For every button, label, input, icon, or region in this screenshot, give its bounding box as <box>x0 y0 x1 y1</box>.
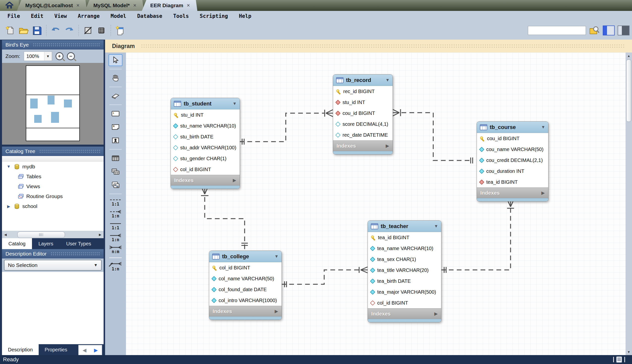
menu-scripting[interactable]: Scripting <box>200 13 228 19</box>
tree-item-tables[interactable]: Tables <box>2 172 104 182</box>
table-row[interactable]: tea_name VARCHAR(10) <box>368 243 441 254</box>
table-header[interactable]: tb_student ▼ <box>171 98 240 110</box>
indexes-bar[interactable]: Indexes▶ <box>368 308 441 319</box>
table-tool[interactable] <box>109 152 122 164</box>
close-icon[interactable]: × <box>76 2 80 9</box>
rel-1-n-identifying-tool[interactable]: 1:n <box>109 233 122 242</box>
search-input[interactable] <box>528 26 586 35</box>
tab-nav-right-icon[interactable]: ▶ <box>94 347 98 353</box>
collapse-icon[interactable]: ▼ <box>232 101 237 106</box>
relationship-connector-teacher-course[interactable] <box>441 200 514 273</box>
toggle-left-panel-button[interactable] <box>603 26 615 36</box>
tree-item-routine-groups[interactable]: Routine Groups <box>2 192 104 201</box>
scroll-up-icon[interactable]: ▲ <box>625 52 632 59</box>
indexes-bar[interactable]: Indexes▶ <box>477 188 548 198</box>
view-tool[interactable] <box>109 166 122 178</box>
table-row[interactable]: tea_major VARCHAR(500) <box>368 286 441 298</box>
tree-item-school[interactable]: ▶ school <box>2 201 104 211</box>
relationship-connector-course-record[interactable] <box>392 109 473 164</box>
home-tab[interactable] <box>0 0 19 11</box>
scroll-thumb[interactable] <box>626 60 631 122</box>
diagram-canvas[interactable]: tb_student ▼ stu_id INT stu_name VARCHAR… <box>126 52 625 355</box>
table-tb_teacher[interactable]: tb_teacher ▼ tea_id BIGINT tea_name VARC… <box>368 220 441 322</box>
tab-layers[interactable]: Layers <box>32 238 60 249</box>
expand-right-icon[interactable]: ▶ <box>541 190 545 196</box>
table-header[interactable]: tb_teacher ▼ <box>368 221 441 232</box>
scroll-thumb[interactable] <box>17 232 65 238</box>
table-header[interactable]: tb_record ▼ <box>333 74 393 86</box>
table-row[interactable]: cou_id BIGINT <box>333 108 393 118</box>
scroll-right-icon[interactable]: ▶ <box>97 231 104 238</box>
tab-description[interactable]: Description <box>2 344 39 355</box>
indexes-bar[interactable]: Indexes▶ <box>171 175 240 186</box>
table-header[interactable]: tb_college ▼ <box>209 251 281 262</box>
expand-right-icon[interactable]: ▶ <box>233 178 236 183</box>
menu-help[interactable]: Help <box>239 13 251 19</box>
table-row[interactable]: col_name VARCHAR(50) <box>209 273 281 284</box>
table-row[interactable]: tea_birth DATE <box>368 276 441 286</box>
relationship-connector-college-teacher[interactable] <box>281 267 368 287</box>
table-row[interactable]: tea_title VARCHAR(20) <box>368 265 441 276</box>
relationship-connector-college-student[interactable] <box>201 188 248 250</box>
table-row[interactable]: cou_credit DECIMAL(2,1) <box>477 155 548 166</box>
save-model-button[interactable] <box>31 25 43 36</box>
scroll-left-icon[interactable]: ◀ <box>2 231 9 238</box>
table-row[interactable]: col_id BIGINT <box>209 262 281 273</box>
menu-file[interactable]: File <box>8 13 20 19</box>
expand-right-icon[interactable]: ▶ <box>275 308 278 314</box>
rel-1-1-identifying-tool[interactable]: 1:1 <box>109 221 122 230</box>
table-row[interactable]: col_id BIGINT <box>171 164 240 175</box>
table-row[interactable]: stu_id INT <box>333 97 393 108</box>
tree-item-views[interactable]: Views <box>2 182 104 192</box>
table-header[interactable]: tb_course ▼ <box>477 122 548 133</box>
table-row[interactable]: col_found_date DATE <box>209 284 281 295</box>
tree-horizontal-scrollbar[interactable]: ◀ ▶ <box>2 231 104 238</box>
expander-down-icon[interactable]: ▼ <box>6 164 12 169</box>
menu-model[interactable]: Model <box>111 13 126 19</box>
table-row[interactable]: stu_id INT <box>171 110 240 120</box>
scroll-track[interactable] <box>625 122 632 349</box>
toggle-right-panel-button[interactable] <box>618 26 629 36</box>
tab-properties[interactable]: Properties <box>39 344 73 355</box>
tab-eer-diagram[interactable]: EER Diagram × <box>142 0 197 11</box>
pan-tool[interactable] <box>109 72 122 84</box>
menu-edit[interactable]: Edit <box>31 13 44 19</box>
image-tool[interactable] <box>109 134 122 146</box>
zoom-out-icon[interactable]: − <box>67 52 75 60</box>
routine-group-tool[interactable] <box>109 179 122 191</box>
scroll-down-icon[interactable]: ▼ <box>625 349 632 355</box>
layer-tool[interactable]: L <box>109 108 122 120</box>
table-tb_course[interactable]: tb_course ▼ cou_id BIGINT cou_name VARCH… <box>477 121 548 202</box>
table-row[interactable]: col_id BIGINT <box>368 298 441 308</box>
table-row[interactable]: tea_id BIGINT <box>477 176 548 188</box>
find-icon[interactable] <box>589 26 600 36</box>
table-row[interactable]: rec_id BIGINT <box>333 86 393 97</box>
tab-mysql-localhost[interactable]: MySQL@Localhost × <box>17 0 87 11</box>
table-row[interactable]: tea_sex CHAR(1) <box>368 254 441 265</box>
collapse-icon[interactable]: ▼ <box>434 224 438 229</box>
collapse-icon[interactable]: ▼ <box>541 125 545 130</box>
delete-tool[interactable] <box>109 90 122 102</box>
tab-catalog[interactable]: Catalog <box>2 238 32 249</box>
zoom-select[interactable]: 100% ▼ <box>24 52 52 61</box>
table-row[interactable]: score DECIMAL(4,1) <box>333 118 393 130</box>
indexes-bar[interactable]: Indexes▶ <box>209 306 281 316</box>
toggle-overlap-button[interactable] <box>82 25 94 36</box>
tab-mysql-model[interactable]: MySQL Model* × <box>85 0 144 11</box>
table-row[interactable]: cou_name VARCHAR(50) <box>477 144 548 155</box>
redo-button[interactable] <box>64 25 75 36</box>
rel-existing-columns-tool[interactable]: 1:n <box>109 262 122 272</box>
rel-1-1-non-identifying-tool[interactable]: 1:1 <box>109 198 122 206</box>
close-icon[interactable]: × <box>187 2 190 9</box>
table-row[interactable]: cou_id BIGINT <box>477 133 548 144</box>
canvas-vertical-scrollbar[interactable]: ▲ ▼ <box>625 52 632 355</box>
table-row[interactable]: col_intro VARCHAR(1000) <box>209 295 281 306</box>
menu-view[interactable]: View <box>54 13 67 19</box>
rel-n-m-tool[interactable]: n:m <box>109 245 122 254</box>
scroll-track[interactable] <box>9 231 97 238</box>
description-text-area[interactable] <box>2 272 104 344</box>
new-model-button[interactable] <box>5 25 16 36</box>
tab-nav-left-icon[interactable]: ◀ <box>83 347 86 353</box>
table-row[interactable]: stu_addr VARCHAR(100) <box>171 142 240 153</box>
table-row[interactable]: stu_gender CHAR(1) <box>171 153 240 164</box>
